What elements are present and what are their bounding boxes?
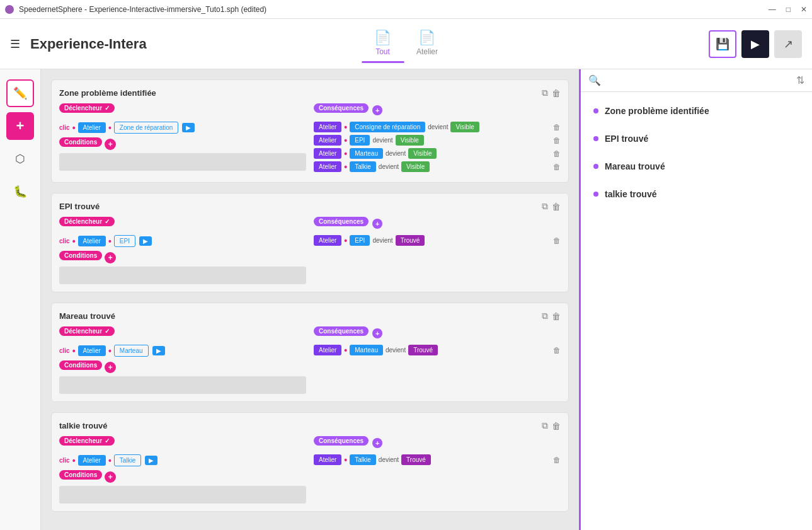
cons-obj-1-4[interactable]: Atelier: [314, 161, 341, 172]
panel-item-mareau[interactable]: Mareau trouvé: [581, 153, 812, 180]
del-cons-1-1[interactable]: 🗑: [553, 123, 561, 132]
add-condition-1[interactable]: +: [105, 139, 116, 150]
search-input[interactable]: [606, 76, 791, 85]
header: ☰ Experience-Intera 📄 Tout 📄 Atelier 💾 ▶…: [0, 19, 812, 69]
sidebar-item-nodes[interactable]: ⬡: [6, 145, 34, 173]
cons-obj-2-1[interactable]: Atelier: [314, 235, 341, 246]
play-button[interactable]: ▶: [741, 30, 769, 58]
copy-button-1[interactable]: ⧉: [542, 88, 548, 98]
maximize-button[interactable]: □: [786, 5, 791, 14]
minimize-button[interactable]: —: [769, 5, 776, 14]
conditions-input-4[interactable]: [59, 486, 306, 504]
conditions-input-1[interactable]: [59, 153, 306, 171]
conditions-area-3: Conditions +: [59, 360, 306, 394]
consequence-row-3-1: Atelier • Marteau devient Trouvé 🗑: [314, 345, 561, 355]
panel-item-epi[interactable]: EPI trouvé: [581, 125, 812, 153]
close-button[interactable]: ✕: [801, 5, 807, 14]
declencheur-check-1: ✓: [105, 105, 110, 112]
cons-obj-3-1[interactable]: Atelier: [314, 345, 341, 355]
add-condition-3[interactable]: +: [105, 362, 116, 373]
cons-prop-4-1[interactable]: Talkie: [350, 454, 376, 465]
event-card-epi: EPI trouvé ⧉ 🗑 Déclencheur ✓ clic • Atel…: [51, 193, 569, 292]
cons-prop-1-4[interactable]: Talkie: [350, 161, 376, 172]
cons-obj-4-1[interactable]: Atelier: [314, 454, 341, 465]
titlebar: SpeedernetSphere - Experience-Interactiv…: [0, 0, 812, 19]
cons-val-2-1[interactable]: Trouvé: [396, 235, 425, 246]
conditions-input-2[interactable]: [59, 267, 306, 284]
cons-val-1-3[interactable]: Visible: [408, 148, 437, 159]
trigger-obj-3[interactable]: Atelier: [78, 345, 106, 356]
consequences-label-3: Conséquences: [314, 326, 369, 336]
consequence-row-1-1: Atelier • Consigne de réparation devient…: [314, 122, 561, 132]
copy-button-3[interactable]: ⧉: [542, 311, 548, 321]
cons-val-1-1[interactable]: Visible: [450, 122, 479, 132]
becomes-2-1: devient: [372, 237, 392, 244]
panel-item-talkie[interactable]: talkie trouvé: [581, 180, 812, 208]
card-header-3: Mareau trouvé ⧉ 🗑: [59, 311, 561, 321]
declencheur-check-3: ✓: [105, 328, 110, 335]
trigger-obj-4[interactable]: Atelier: [78, 455, 106, 466]
cons-prop-1-2[interactable]: EPI: [350, 135, 370, 146]
panel-label-1: Zone problème identifiée: [605, 106, 709, 116]
cons-prop-2-1[interactable]: EPI: [350, 235, 370, 246]
trigger-obj-1[interactable]: Atelier: [78, 122, 106, 133]
del-cons-1-3[interactable]: 🗑: [553, 149, 561, 158]
cons-val-1-4[interactable]: Visible: [401, 161, 430, 172]
add-consequence-3[interactable]: +: [372, 328, 382, 338]
cons-prop-1-3[interactable]: Marteau: [350, 148, 383, 159]
cons-prop-3-1[interactable]: Marteau: [350, 345, 383, 355]
conditions-row-2: Conditions +: [59, 251, 306, 264]
clic-label-2: clic: [59, 238, 70, 245]
sidebar-item-add[interactable]: +: [6, 112, 34, 140]
trigger-target-3[interactable]: Marteau: [114, 345, 149, 357]
del-cons-1-4[interactable]: 🗑: [553, 163, 561, 171]
add-condition-4[interactable]: +: [105, 471, 116, 483]
tab-tout[interactable]: 📄 Tout: [362, 25, 404, 63]
copy-button-4[interactable]: ⧉: [542, 420, 548, 431]
del-cons-4-1[interactable]: 🗑: [553, 456, 561, 464]
card-title-1: Zone problème identifiée: [59, 88, 156, 98]
del-cons-3-1[interactable]: 🗑: [553, 346, 561, 355]
cons-val-4-1[interactable]: Trouvé: [401, 454, 431, 465]
dot-7: •: [72, 456, 76, 466]
add-consequence-1[interactable]: +: [372, 105, 382, 115]
delete-button-3[interactable]: 🗑: [552, 311, 561, 321]
export-button[interactable]: ↗: [774, 30, 802, 58]
del-cons-2-1[interactable]: 🗑: [553, 236, 561, 245]
add-consequence-4[interactable]: +: [372, 438, 382, 448]
sort-icon[interactable]: ⇅: [796, 74, 804, 86]
save-button[interactable]: 💾: [709, 30, 736, 58]
cons-obj-1-2[interactable]: Atelier: [314, 135, 341, 146]
panel-label-2: EPI trouvé: [605, 134, 648, 144]
cons-obj-1-1[interactable]: Atelier: [314, 122, 341, 132]
cons-obj-1-3[interactable]: Atelier: [314, 148, 341, 159]
trigger-target-2[interactable]: EPI: [114, 235, 135, 247]
delete-button-2[interactable]: 🗑: [552, 201, 561, 212]
delete-button-1[interactable]: 🗑: [552, 88, 561, 98]
conditions-label-1: Conditions: [59, 137, 102, 147]
card-right-4: Conséquences + Atelier • Talkie devient …: [314, 436, 561, 504]
declencheur-label-2: Déclencheur ✓: [59, 217, 115, 226]
window-title: SpeedernetSphere - Experience-Interactiv…: [19, 5, 769, 14]
sidebar-item-debug[interactable]: 🐛: [6, 178, 34, 205]
delete-button-4[interactable]: 🗑: [552, 420, 561, 431]
trigger-target-1[interactable]: Zone de réparation: [114, 122, 179, 134]
copy-button-2[interactable]: ⧉: [542, 201, 548, 212]
conditions-input-3[interactable]: [59, 376, 306, 394]
card-left-1: Déclencheur ✓ clic • Atelier • Zone de r…: [59, 103, 306, 175]
card-title-4: talkie trouvé: [59, 421, 108, 430]
cons-val-1-2[interactable]: Visible: [396, 135, 424, 146]
event-card-mareau: Mareau trouvé ⧉ 🗑 Déclencheur ✓ clic • A…: [51, 302, 569, 402]
add-consequence-2[interactable]: +: [372, 219, 382, 229]
card-body-4: Déclencheur ✓ clic • Atelier • Talkie ▶ …: [59, 436, 561, 504]
menu-icon[interactable]: ☰: [10, 37, 20, 51]
trigger-target-4[interactable]: Talkie: [114, 454, 142, 466]
add-condition-2[interactable]: +: [105, 252, 116, 263]
cons-prop-1-1[interactable]: Consigne de réparation: [350, 122, 425, 132]
trigger-obj-2[interactable]: Atelier: [78, 236, 106, 246]
tab-atelier[interactable]: 📄 Atelier: [404, 25, 450, 63]
cons-val-3-1[interactable]: Trouvé: [408, 345, 438, 355]
panel-item-zone[interactable]: Zone problème identifiée: [581, 97, 812, 125]
del-cons-1-2[interactable]: 🗑: [553, 136, 561, 145]
sidebar-item-edit[interactable]: ✏️: [6, 79, 34, 107]
